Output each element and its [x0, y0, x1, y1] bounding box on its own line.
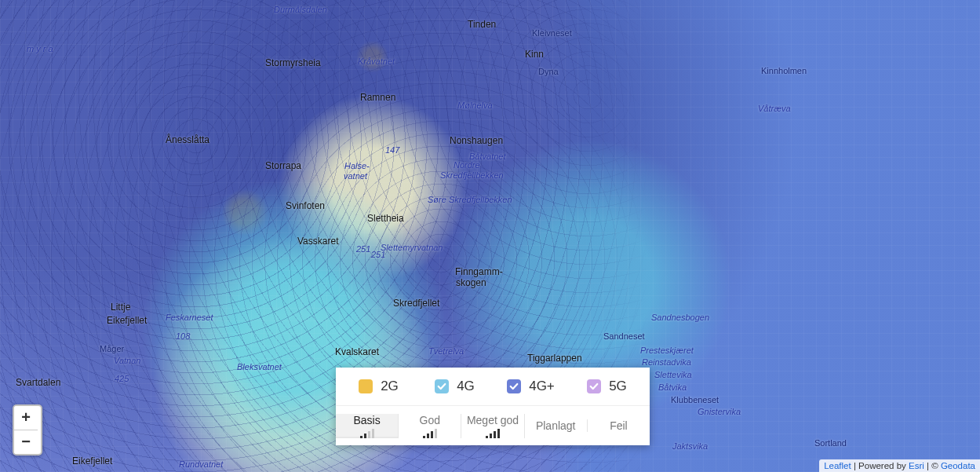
quality-row: BasisGodMeget godPlanlagtFeil — [336, 406, 650, 445]
quality-tab-megetgod[interactable]: Meget god — [461, 414, 524, 438]
attribution-text: | © — [924, 461, 941, 470]
checkbox-checked-icon — [587, 379, 601, 393]
attribution-leaflet-link[interactable]: Leaflet — [824, 461, 851, 470]
tech-label: 2G — [381, 379, 399, 394]
map-attribution: Leaflet | Powered by Esri | © Geodata — [819, 459, 980, 472]
tech-toggle-2g[interactable]: 2G — [341, 379, 417, 394]
tech-label: 4G — [457, 379, 475, 394]
tech-label: 5G — [609, 379, 627, 394]
zoom-in-button[interactable]: + — [14, 406, 38, 430]
attribution-geodata-link[interactable]: Geodata — [941, 461, 975, 470]
coverage-legend-panel: 2G4G4G+5G BasisGodMeget godPlanlagtFeil — [336, 368, 650, 445]
attribution-text: | Powered by — [851, 461, 909, 470]
quality-label: God — [420, 414, 440, 426]
quality-label: Feil — [610, 419, 628, 432]
signal-bars-icon — [360, 429, 374, 438]
quality-tab-basis[interactable]: Basis — [336, 414, 399, 438]
technology-row: 2G4G4G+5G — [336, 368, 650, 406]
tech-toggle-4gp[interactable]: 4G+ — [493, 379, 569, 394]
quality-label: Meget god — [467, 414, 519, 426]
tech-label: 4G+ — [529, 379, 555, 394]
zoom-control: + − — [13, 404, 42, 456]
quality-label: Basis — [353, 414, 380, 426]
signal-bars-icon — [486, 429, 500, 438]
zoom-out-button[interactable]: − — [14, 430, 38, 454]
checkbox-checked-icon — [435, 379, 449, 393]
quality-tab-god[interactable]: God — [399, 414, 461, 438]
tech-toggle-5g[interactable]: 5G — [569, 379, 645, 394]
quality-tab-planlagt[interactable]: Planlagt — [525, 419, 588, 432]
quality-label: Planlagt — [536, 419, 576, 432]
checkbox-icon — [359, 379, 373, 393]
signal-bars-icon — [423, 429, 437, 438]
checkbox-checked-icon — [507, 379, 521, 393]
tech-toggle-4g[interactable]: 4G — [417, 379, 493, 394]
quality-tab-feil[interactable]: Feil — [588, 419, 650, 432]
attribution-esri-link[interactable]: Esri — [909, 461, 924, 470]
